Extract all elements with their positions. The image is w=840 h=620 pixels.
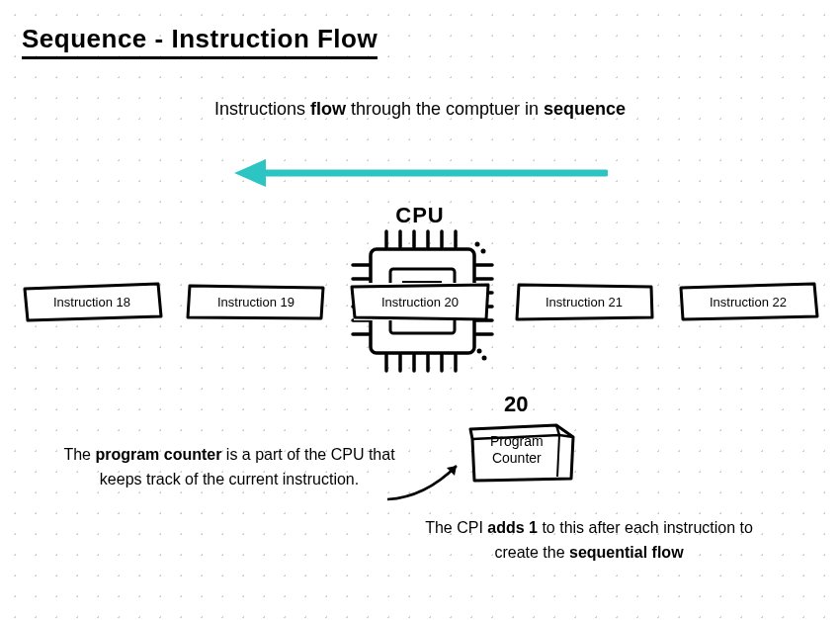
cpu-label: CPU xyxy=(0,203,840,228)
connector-arrow xyxy=(385,458,469,502)
page-title: Sequence - Instruction Flow xyxy=(22,24,378,59)
program-counter-value: 20 xyxy=(504,392,528,417)
svg-marker-1 xyxy=(234,159,266,187)
program-counter-box: 20 Program Counter xyxy=(462,411,579,486)
svg-point-31 xyxy=(481,249,486,254)
instruction-box: Instruction 21 xyxy=(518,283,651,320)
instruction-box: Instruction 19 xyxy=(190,283,323,320)
subtitle: Instructions flow through the comptuer i… xyxy=(0,99,840,120)
svg-point-32 xyxy=(477,349,482,354)
svg-point-30 xyxy=(475,242,480,247)
instruction-box: Instruction 22 xyxy=(682,283,815,320)
program-counter-label: Program Counter xyxy=(490,433,544,467)
svg-point-33 xyxy=(482,356,487,361)
instruction-box: Instruction 18 xyxy=(26,283,159,320)
instruction-box: Instruction 20 xyxy=(354,283,487,320)
caption-program-counter: The program counter is a part of the CPU… xyxy=(61,443,397,492)
instructions-row: Instruction 18 Instruction 19 Instructio… xyxy=(0,283,840,320)
caption-sequential-flow: The CPI adds 1 to this after each instru… xyxy=(401,516,777,566)
flow-arrow xyxy=(232,153,608,193)
